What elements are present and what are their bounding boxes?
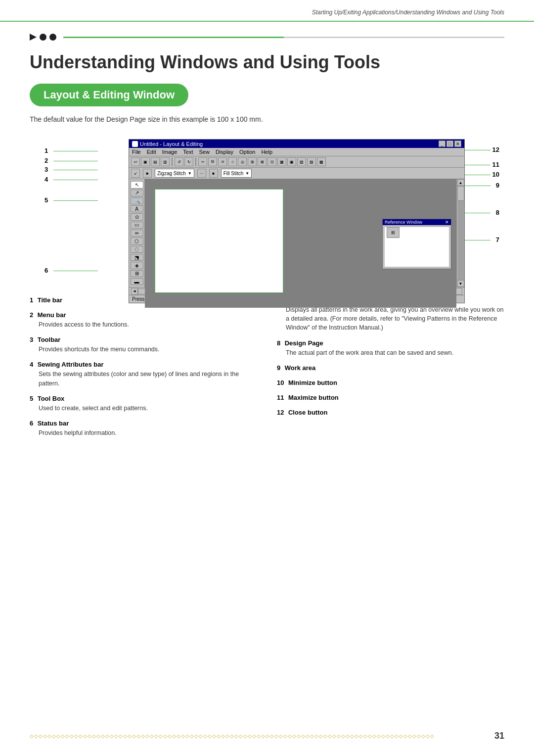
menu-file[interactable]: File — [132, 149, 141, 155]
toolbar-btn-10[interactable]: ☆ — [228, 157, 237, 166]
callout-6: 6 — [44, 267, 48, 274]
nav-dots-row — [0, 25, 534, 41]
toolbar-btn-14[interactable]: ⊡ — [267, 157, 276, 166]
callout-5: 5 — [44, 196, 48, 204]
tool-shape[interactable]: ⊙ — [131, 213, 143, 220]
descriptions-left: 1 Title bar 2 Menu bar Provides access t… — [30, 295, 257, 443]
toolbar-btn-7[interactable]: ✂ — [198, 157, 207, 166]
toolbar-btn-19[interactable]: ▩ — [317, 157, 326, 166]
scroll-down-btn[interactable]: ▼ — [457, 280, 464, 287]
toolbar-btn-15[interactable]: ▦ — [277, 157, 286, 166]
section-heading: Layout & Editing Window — [44, 89, 175, 101]
desc-1-term: Title bar — [38, 296, 62, 304]
footer-diamonds: ◇◇◇◇◇◇◇◇◇◇◇◇◇◇◇◇◇◇◇◇◇◇◇◇◇◇◇◇◇◇◇◇◇◇◇◇◇◇◇◇… — [30, 733, 487, 739]
callout-2: 2 — [44, 157, 48, 164]
callout-7: 7 — [496, 236, 499, 243]
desc-4: 4 Sewing Attributes bar Sets the sewing … — [30, 360, 257, 387]
scroll-left-btn[interactable]: ◄ — [131, 288, 138, 295]
tool-zoom[interactable]: 🔍 — [131, 197, 143, 204]
callout-12: 12 — [492, 146, 499, 153]
menu-sew[interactable]: Sew — [199, 149, 209, 155]
scroll-thumb[interactable] — [457, 186, 464, 201]
tool-rect[interactable]: ▭ — [131, 222, 143, 229]
minimize-btn[interactable]: _ — [439, 141, 445, 147]
sewing-icon-2[interactable]: ■ — [209, 169, 218, 178]
desc-3-number: 3 — [30, 336, 33, 343]
sewing-fill-btn[interactable]: ■ — [143, 169, 152, 178]
toolbar-btn-17[interactable]: ▧ — [297, 157, 306, 166]
tool-trash[interactable]: ▬ — [131, 278, 143, 285]
callout-1: 1 — [44, 147, 48, 154]
reference-window-title: Reference Window — [385, 220, 422, 225]
sewing-dropdown-1[interactable]: Zigzag Stitch ▼ — [155, 169, 194, 178]
reference-close-btn[interactable]: ✕ — [445, 220, 449, 225]
toolbar-btn-5[interactable]: ↺ — [175, 157, 183, 166]
tool-fill[interactable]: ⬔ — [131, 254, 143, 261]
toolbar-btn-1[interactable]: ↩ — [131, 157, 140, 166]
toolbar-btn-13[interactable]: ⊠ — [258, 157, 267, 166]
nav-dot-2 — [49, 34, 56, 41]
tool-grid[interactable]: ⊞ — [131, 270, 143, 277]
desc-5: 5 Tool Box Used to create, select and ed… — [30, 394, 257, 413]
tool-select[interactable]: ↗ — [131, 189, 143, 196]
toolbar-sep-2 — [195, 157, 196, 166]
menu-text[interactable]: Text — [183, 149, 193, 155]
tool-pencil[interactable]: ✏ — [131, 230, 143, 236]
toolbar-btn-9[interactable]: ⧈ — [218, 157, 227, 166]
sewing-dropdown-2-value: Fill Stitch — [223, 171, 244, 176]
toolbar-btn-16[interactable]: ▣ — [287, 157, 296, 166]
desc-8: 8 Design Page The actual part of the wor… — [277, 338, 504, 357]
desc-11-term: Maximize button — [288, 394, 339, 401]
line-4 — [53, 180, 98, 180]
desc-10: 10 Minimize button — [277, 378, 504, 387]
maximize-btn[interactable]: □ — [446, 141, 453, 147]
app-title-text: Untitled - Layout & Editing — [140, 141, 203, 147]
toolbar-btn-12[interactable]: ⊞ — [248, 157, 257, 166]
sewing-dropdown-2-arrow: ▼ — [245, 171, 249, 176]
tool-poly[interactable]: ⬡ — [131, 237, 143, 244]
main-content: Understanding Windows and Using Tools La… — [0, 41, 534, 463]
desc-2-term: Menu bar — [38, 311, 66, 319]
tool-text[interactable]: A — [131, 205, 143, 212]
reference-titlebar: Reference Window ✕ — [383, 219, 451, 225]
toolbar-btn-3[interactable]: ▤ — [151, 157, 160, 166]
toolbar-btn-8[interactable]: ⧉ — [208, 157, 217, 166]
reference-zoom-btn[interactable]: ⊞ — [387, 227, 400, 238]
sewing-dropdown-2[interactable]: Fill Stitch ▼ — [221, 169, 252, 178]
toolbar-sep-1 — [172, 157, 173, 166]
app-body: ↖ ↗ 🔍 A ⊙ ▭ ✏ ⬡ ◌ ⬔ ◈ ⊞ ▬ — [129, 179, 464, 287]
menu-help[interactable]: Help — [261, 149, 272, 155]
toolbar-btn-11[interactable]: ◎ — [238, 157, 247, 166]
desc-6-number: 6 — [30, 420, 33, 427]
scroll-up-btn[interactable]: ▲ — [457, 179, 464, 186]
callout-9: 9 — [496, 182, 499, 189]
menu-edit[interactable]: Edit — [147, 149, 156, 155]
desc-9: 9 Work area — [277, 363, 504, 372]
toolbar-btn-18[interactable]: ▨ — [307, 157, 316, 166]
desc-5-number: 5 — [30, 395, 33, 402]
tool-lasso[interactable]: ◌ — [131, 246, 143, 253]
menu-display[interactable]: Display — [216, 149, 233, 155]
tool-arrow[interactable]: ↖ — [131, 181, 143, 188]
app-window-inner: Untitled - Layout & Editing _ □ ✕ File E… — [129, 139, 465, 303]
line-5 — [53, 200, 98, 201]
desc-3: 3 Toolbar Provides shortcuts for the men… — [30, 335, 257, 354]
toolbar-btn-4[interactable]: ▥ — [161, 157, 170, 166]
menu-option[interactable]: Option — [239, 149, 255, 155]
menu-image[interactable]: Image — [162, 149, 178, 155]
app-titlebar-title: Untitled - Layout & Editing — [132, 141, 203, 147]
sewing-icon-1[interactable]: ⋯ — [197, 169, 206, 178]
tool-eyedrop[interactable]: ◈ — [131, 262, 143, 269]
callout-3: 3 — [44, 166, 48, 173]
app-toolbar: ↩ ▣ ▤ ▥ ↺ ↻ ✂ ⧉ ⧈ ☆ ◎ ⊞ ⊠ ⊡ ▦ — [129, 156, 464, 168]
app-menubar: File Edit Image Text Sew Display Option … — [129, 148, 464, 156]
close-btn[interactable]: ✕ — [454, 141, 461, 147]
toolbar-btn-2[interactable]: ▣ — [141, 157, 150, 166]
desc-5-term: Tool Box — [38, 395, 65, 402]
descriptions-grid: 1 Title bar 2 Menu bar Provides access t… — [30, 295, 504, 443]
callout-4: 4 — [44, 176, 48, 183]
sewing-cursor-btn[interactable]: ↙ — [131, 169, 140, 178]
page-footer: ◇◇◇◇◇◇◇◇◇◇◇◇◇◇◇◇◇◇◇◇◇◇◇◇◇◇◇◇◇◇◇◇◇◇◇◇◇◇◇◇… — [0, 731, 534, 741]
toolbar-btn-6[interactable]: ↻ — [184, 157, 193, 166]
scrollbar-vertical[interactable]: ▲ ▼ — [456, 179, 464, 287]
